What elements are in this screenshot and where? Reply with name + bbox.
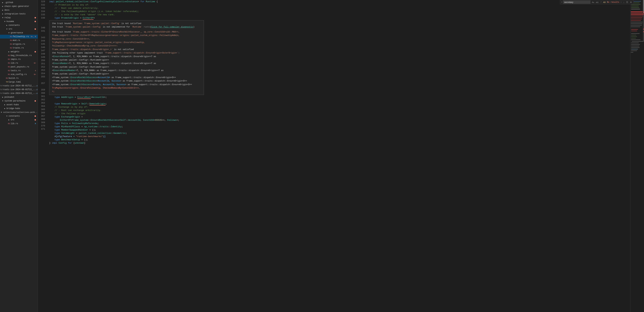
sidebar-item-rustc-ice-3[interactable]: TXT rustc-ice-2024-06-01T13_... U [0,92,38,95]
badge-dot-red [34,115,36,117]
match-word-button[interactable]: ab| [595,1,599,4]
chevron-right-icon: ▶ [8,50,10,53]
sidebar-item-label: governance [11,32,23,34]
sidebar-item-label: constants [8,24,20,27]
sidebar-item-governance[interactable]: ▼ governance [0,31,38,35]
sidebar-item-rustc-ice-1[interactable]: TXT rustc-ice-2024-06-01T12_... U [0,84,38,88]
search-input[interactable]: secretary [563,1,590,4]
chevron-down-icon: ▼ [2,16,4,19]
sidebar-item-github[interactable]: ▶ .github [0,1,38,5]
code-line-367: type MemberSwappedHandler = (); [49,128,630,132]
sidebar-item-origins-rs[interactable]: RS origins.rs [0,42,38,46]
sidebar-item-bag-thresholds[interactable]: RS bag_thresholds.rs [0,54,38,58]
sidebar-item-kusama[interactable]: ▼ kusama [0,20,38,23]
file-icon: RS [8,73,10,76]
sidebar-item-weights[interactable]: ▶ weights [0,50,38,54]
search-select-all-button[interactable]: ☰ [626,1,629,4]
sidebar-item-label: .github [4,1,13,4]
preserve-case-button[interactable]: AB [602,1,606,4]
code-line-329: impl pallet_ranked_collective::Config<Fe… [49,0,630,3]
sidebar: ▶ .github ▶ chain-spec-generator ▶ docs … [0,0,38,312]
sidebar-item-label: src [8,28,12,30]
sidebar-item-bridge-hubs[interactable]: ▶ bridge-hubs [0,107,38,110]
svg-rect-23 [632,41,643,42]
sidebar-item-tests-rs[interactable]: RS tests.rs 4 [0,69,38,73]
sidebar-item-src2[interactable]: ▶ src [0,118,38,122]
sidebar-item-mod-rs[interactable]: RS mod.rs 7 [0,39,38,42]
chevron-right-icon: ▶ [6,24,8,27]
svg-rect-7 [631,14,644,15]
sidebar-item-collectives[interactable]: ▼ collectives/collectives-polk... [0,110,38,114]
error-line-8: <EnsureRanked<T, I, MIN_RANK> as frame_s… [52,55,201,62]
chevron-right-icon: ▶ [8,119,10,121]
sidebar-item-src[interactable]: ▼ src [0,27,38,31]
code-content[interactable]: impl pallet_ranked_collective::Config<Fe… [46,0,630,312]
search-close-button[interactable]: ✕ [630,1,632,4]
sidebar-item-label: relay [4,17,11,19]
sidebar-item-docs[interactable]: ▶ docs [0,8,38,12]
sidebar-item-constants[interactable]: ▶ constants [0,23,38,27]
chevron-down-icon: ▼ [2,100,4,102]
file-badge: 9+ [34,74,36,76]
svg-rect-21 [631,38,636,39]
sidebar-item-label: rustc-ice-2024-06-01T13_... [3,92,36,95]
sidebar-item-relay[interactable]: ▼ relay [0,16,38,20]
search-next-button[interactable]: ↓ [623,1,625,4]
sidebar-item-label: docs [4,9,10,11]
sidebar-item-label: tests.rs [11,70,21,72]
code-line-371: } impl Config for {unknown} [49,141,630,145]
chevron-right-icon: ▶ [2,96,4,99]
code-line-357: type AddOrigin = EnsureRoot<AccountId>; [49,96,630,99]
code-line-333: // - Root can demote arbitrarily. [49,7,630,10]
sidebar-item-fellowship-rs[interactable]: RS fellowship.rs 9+, M [0,35,38,39]
sidebar-item-integration-tests[interactable]: ▶ integration-tests [0,12,38,16]
file-badge: 9+, M [31,36,36,38]
regex-button[interactable]: .* [600,1,602,4]
error-line-1: the trait bound `Runtime: frame_system::… [52,22,201,25]
editor-area: ⌕ secretary Aa ab| .* AB No results ↑ ↓ … [38,0,644,312]
file-icon: RS [8,62,10,65]
file-badge: M [35,123,36,125]
chevron-down-icon: ▼ [4,20,6,23]
badge-dot-red [34,17,36,19]
sidebar-item-system-parachains[interactable]: ▼ system-parachains [0,99,38,103]
diagnostic-link[interactable]: Click for full compiler diagnostic [151,26,193,28]
sidebar-item-label: polkadot [4,96,14,98]
code-line-360: // Exchange is by any of: [49,105,630,109]
sidebar-item-tracks-rs[interactable]: RS tracks.rs [0,46,38,50]
sidebar-item-xcm-config[interactable]: RS xcm_config.rs 9+ [0,73,38,76]
search-bar: ⌕ secretary Aa ab| .* AB No results ↑ ↓ … [560,0,634,4]
svg-rect-16 [631,29,638,30]
sidebar-item-polkadot[interactable]: ▶ polkadot [0,95,38,99]
sidebar-item-label: mod.rs [13,39,20,42]
sidebar-item-label: past_payouts.rs [11,66,29,68]
svg-rect-14 [631,25,642,26]
sidebar-item-asset-hubs[interactable]: ▶ asset-hubs [0,103,38,107]
sidebar-item-rustc-ice-2[interactable]: TXT rustc-ice-2024-06-01T13_... U [0,88,38,92]
file-icon: TXT [0,85,3,87]
file-badge: 4 [35,70,36,72]
sidebar-item-constants2[interactable]: ▼ constants [0,114,38,118]
svg-rect-8 [631,16,643,16]
match-case-button[interactable]: Aa [591,1,594,4]
file-badge: 7 [35,40,36,42]
sidebar-item-label: Cargo.toml [8,81,21,83]
sidebar-item-lib-rs[interactable]: RS lib.rs 9+ [0,61,38,65]
search-prev-button[interactable]: ↑ [620,1,622,4]
sidebar-item-chain-spec[interactable]: ▶ chain-spec-generator [0,5,38,8]
svg-rect-6 [631,12,642,13]
error-line-13: <frame_system::EnsureWithSuccess<Ensure,… [52,83,201,86]
sidebar-item-lib-rs2[interactable]: RS lib.rs M [0,122,38,126]
svg-rect-33 [643,12,644,13]
sidebar-item-build-rs[interactable]: RS build.rs [0,76,38,80]
chevron-right-icon: ▶ [2,1,4,4]
sidebar-item-past-payouts[interactable]: RS past_payouts.rs [0,65,38,69]
search-result-count: No results [607,1,619,4]
error-line-12: <frame_system::EnsureRootWithSuccess<Acc… [52,79,201,83]
sidebar-item-cargo-toml[interactable]: TM Cargo.toml [0,80,38,84]
sidebar-item-impls-rs[interactable]: RS impls.rs [0,58,38,61]
svg-rect-15 [631,27,640,27]
svg-rect-26 [631,46,639,46]
file-icon: RS [8,54,10,57]
file-icon: RS [6,77,8,80]
